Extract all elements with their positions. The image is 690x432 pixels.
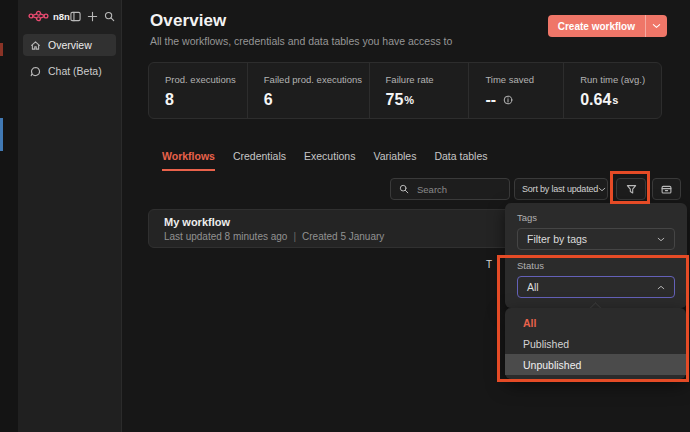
tab-credentials[interactable]: Credentials (233, 150, 286, 171)
stat-unit: % (404, 94, 414, 106)
chat-bubble-icon (30, 66, 41, 77)
sidebar-item-overview[interactable]: Overview (23, 34, 116, 56)
search-icon (399, 184, 409, 194)
chevron-down-icon (598, 187, 606, 192)
stats-bar: Prod. executions 8 Failed prod. executio… (148, 62, 662, 119)
create-workflow-label[interactable]: Create workflow (548, 15, 645, 37)
create-workflow-dropdown-toggle[interactable] (645, 15, 667, 37)
filter-button[interactable] (616, 178, 646, 200)
sort-select-value: Sort by last updated (522, 184, 598, 194)
status-option-unpublished[interactable]: Unpublished (505, 354, 686, 375)
sidebar-item-label: Overview (48, 39, 92, 51)
stat-value: 6 (264, 91, 273, 109)
workflow-search[interactable] (390, 178, 510, 200)
sidebar-nav: Overview Chat (Beta) (18, 31, 121, 89)
stat-failure-rate: Failure rate 75% (369, 63, 469, 118)
filter-panel: Tags Filter by tags Status All (505, 203, 687, 308)
tab-bar: Workflows Credentials Executions Variabl… (162, 150, 488, 171)
panel-toggle-icon[interactable] (70, 11, 81, 22)
sidebar: n8n Overview (18, 0, 122, 432)
stat-label: Failure rate (386, 74, 469, 85)
archive-icon (661, 184, 672, 195)
chevron-down-icon (657, 237, 665, 242)
home-icon (30, 40, 41, 51)
workflow-last-updated: Last updated 8 minutes ago (164, 231, 287, 242)
clipped-background-text: T (486, 259, 492, 270)
search-icon[interactable] (104, 11, 115, 22)
page-subtitle: All the workflows, credentials and data … (150, 35, 452, 47)
stat-time-saved: Time saved -- (468, 63, 563, 118)
clipped-red-element (0, 43, 3, 56)
stat-value: 0.64 (580, 91, 611, 109)
create-workflow-button[interactable]: Create workflow (548, 15, 667, 37)
chevron-up-icon (657, 285, 665, 290)
stat-failed-executions: Failed prod. executions 6 (247, 63, 369, 118)
sidebar-item-chat[interactable]: Chat (Beta) (23, 60, 116, 82)
stat-label: Run time (avg.) (580, 74, 661, 85)
stat-prod-executions: Prod. executions 8 (149, 63, 247, 118)
page-title: Overview (150, 11, 226, 31)
status-select[interactable]: All (517, 276, 675, 298)
n8n-overview-screen: n8n Overview (0, 0, 690, 432)
search-input[interactable] (415, 183, 501, 196)
tab-variables[interactable]: Variables (373, 150, 416, 171)
tab-executions[interactable]: Executions (304, 150, 355, 171)
status-label: Status (517, 260, 675, 271)
status-option-all[interactable]: All (505, 312, 686, 333)
stat-label: Time saved (485, 74, 563, 85)
tab-data-tables[interactable]: Data tables (434, 150, 487, 171)
stat-unit: s (612, 94, 618, 106)
workflow-created: Created 5 January (302, 231, 384, 242)
stat-value: 8 (165, 91, 174, 109)
meta-separator: | (293, 231, 296, 242)
page-edge-strip (0, 0, 18, 432)
sidebar-actions (70, 11, 115, 22)
sidebar-item-label: Chat (Beta) (48, 65, 102, 77)
n8n-logo-icon (28, 10, 49, 22)
sort-select[interactable]: Sort by last updated (514, 178, 608, 200)
info-icon[interactable] (503, 95, 513, 105)
tags-select[interactable]: Filter by tags (517, 228, 675, 250)
tags-label: Tags (517, 212, 675, 223)
status-options-popup: All Published Unpublished (505, 308, 686, 379)
sidebar-header: n8n (18, 0, 121, 31)
tags-select-value: Filter by tags (527, 233, 587, 245)
add-icon[interactable] (87, 11, 98, 22)
logo-wordmark: n8n (53, 11, 70, 22)
stat-run-time: Run time (avg.) 0.64s (563, 63, 661, 118)
archive-button[interactable] (652, 178, 681, 200)
stat-label: Prod. executions (165, 74, 247, 85)
stat-value: 75 (386, 91, 404, 109)
status-select-value: All (527, 281, 539, 293)
stat-value: -- (485, 91, 496, 109)
status-option-published[interactable]: Published (505, 333, 686, 354)
funnel-icon (626, 184, 637, 195)
stat-label: Failed prod. executions (264, 74, 369, 85)
clipped-blue-element (0, 118, 3, 151)
tab-workflows[interactable]: Workflows (162, 150, 215, 171)
